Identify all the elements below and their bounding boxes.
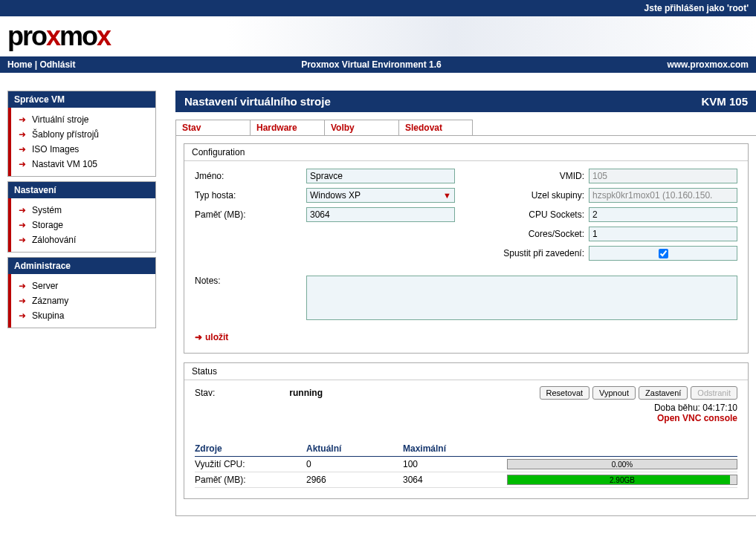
sidebar-item-label: Virtuální stroje (32, 114, 88, 125)
sidebar-item[interactable]: ➜Záznamy (16, 293, 151, 308)
state-label: Stav: (195, 388, 215, 398)
page-title: Nastavení virtuálního stroje (184, 95, 331, 108)
tab-volby[interactable]: Volby (324, 120, 398, 135)
mem-label: Paměť (MB): (195, 472, 306, 488)
uptime: Doba běhu: 04:17:10 (195, 403, 737, 413)
cores-input[interactable] (589, 227, 737, 241)
mem-bar: 2.90GB (507, 475, 737, 485)
tab-bar: StavHardwareVolbySledovat (175, 120, 756, 135)
nav-url[interactable]: www.proxmox.com (667, 59, 749, 70)
arrow-right-icon: ➜ (195, 332, 202, 342)
sidebar-section: Nastavení➜Systém➜Storage➜Zálohování (7, 181, 156, 253)
sidebar-item[interactable]: ➜Systém (16, 203, 151, 218)
sidebar-item-label: Záznamy (32, 296, 68, 306)
node-label: Uzel skupiny: (485, 190, 589, 201)
sidebar-item[interactable]: ➜ISO Images (16, 142, 151, 157)
top-status-bar: Jste přihlášen jako 'root' (0, 0, 756, 16)
arrow-right-icon: ➜ (19, 144, 26, 154)
status-fieldset: Status Stav: running Resetovat Vypnout Z… (184, 362, 749, 499)
arrow-right-icon: ➜ (19, 281, 26, 291)
save-button[interactable]: ➜ uložit (195, 332, 737, 342)
sidebar-item[interactable]: ➜Nastavit VM 105 (16, 157, 151, 172)
notes-textarea[interactable] (306, 276, 737, 320)
guest-dropdown[interactable]: Windows XP ▼ (306, 188, 455, 203)
nav-home[interactable]: Home (7, 59, 32, 70)
nav-logout[interactable]: Odhlásit (39, 59, 75, 70)
arrow-right-icon: ➜ (19, 129, 26, 140)
notes-label: Notes: (195, 276, 306, 286)
sidebar-item[interactable]: ➜Skupina (16, 308, 151, 323)
page-badge: KVM 105 (701, 95, 748, 108)
memory-label: Paměť (MB): (195, 209, 306, 220)
arrow-right-icon: ➜ (19, 296, 26, 306)
chevron-down-icon: ▼ (443, 191, 451, 200)
shutdown-button[interactable]: Vypnout (592, 386, 636, 400)
tab-panel: Configuration Jméno: Typ hosta: Window (175, 135, 756, 516)
vmid-input (589, 169, 737, 183)
col-current: Aktuální (306, 441, 403, 457)
guest-label: Typ hosta: (195, 190, 306, 201)
tab-sledovat[interactable]: Sledovat (398, 120, 473, 135)
tab-stav[interactable]: Stav (175, 120, 250, 135)
memory-input[interactable] (306, 207, 455, 222)
table-row: Využití CPU: 0 100 0.00% (195, 457, 737, 472)
cpu-current: 0 (306, 457, 403, 472)
sidebar-section-title: Správce VM (8, 91, 155, 108)
sidebar: Správce VM➜Virtuální stroje➜Šablony přís… (7, 91, 156, 516)
mem-max: 3064 (403, 472, 507, 488)
main-content: Nastavení virtuálního stroje KVM 105 Sta… (175, 91, 756, 516)
status-legend: Status (184, 363, 748, 380)
config-legend: Configuration (184, 144, 748, 161)
boot-label: Spustit při zavedení: (485, 248, 589, 258)
page-header: Nastavení virtuálního stroje KVM 105 (175, 91, 756, 112)
sidebar-section-title: Nastavení (8, 182, 155, 198)
mem-bar-text: 2.90GB (508, 475, 737, 484)
arrow-right-icon: ➜ (19, 114, 26, 125)
sidebar-item-label: Storage (32, 220, 63, 230)
arrow-right-icon: ➜ (19, 310, 26, 321)
sidebar-item[interactable]: ➜Zálohování (16, 232, 151, 247)
name-input[interactable] (306, 169, 455, 183)
config-fieldset: Configuration Jméno: Typ hosta: Window (184, 143, 749, 354)
sidebar-item[interactable]: ➜Šablony přístrojů (16, 127, 151, 142)
sidebar-item-label: Systém (32, 205, 62, 215)
sidebar-item[interactable]: ➜Virtuální stroje (16, 112, 151, 127)
sidebar-item-label: Zálohování (32, 235, 76, 245)
col-resource: Zdroje (195, 441, 306, 457)
vmid-label: VMID: (485, 171, 589, 181)
arrow-right-icon: ➜ (19, 205, 26, 215)
sidebar-section: Administrace➜Server➜Záznamy➜Skupina (7, 257, 156, 328)
cpu-bar: 0.00% (507, 459, 737, 469)
cores-label: Cores/Socket: (485, 229, 589, 239)
cpu-bar-text: 0.00% (508, 460, 737, 469)
state-value: running (289, 388, 323, 398)
sidebar-section-title: Administrace (8, 258, 155, 274)
sidebar-section: Správce VM➜Virtuální stroje➜Šablony přís… (7, 91, 156, 177)
guest-value: Windows XP (310, 190, 361, 201)
nav-bar: Home | Odhlásit Proxmox Virtual Environm… (0, 56, 756, 73)
vnc-console-link[interactable]: Open VNC console (195, 413, 737, 423)
sockets-label: CPU Sockets: (485, 209, 589, 220)
node-input (589, 188, 737, 203)
mem-current: 2966 (306, 472, 403, 488)
sidebar-item-label: Skupina (32, 310, 64, 321)
reset-button[interactable]: Resetovat (540, 386, 590, 400)
sidebar-item-label: Server (32, 281, 58, 291)
sidebar-item-label: Nastavit VM 105 (32, 159, 97, 169)
boot-checkbox[interactable] (659, 249, 668, 258)
table-row: Paměť (MB): 2966 3064 2.90GB (195, 472, 737, 488)
sidebar-item[interactable]: ➜Server (16, 279, 151, 293)
col-max: Maximální (403, 441, 507, 457)
sockets-input[interactable] (589, 207, 737, 222)
nav-title: Proxmox Virtual Environment 1.6 (301, 59, 442, 70)
arrow-right-icon: ➜ (19, 159, 26, 169)
proxmox-logo: proxmox (7, 21, 110, 51)
tab-hardware[interactable]: Hardware (250, 120, 324, 135)
login-status: Jste přihlášen jako 'root' (644, 3, 749, 13)
stop-button[interactable]: Zastavení (639, 386, 688, 400)
name-label: Jméno: (195, 171, 306, 181)
resources-table: Zdroje Aktuální Maximální Využití CPU: 0… (195, 441, 737, 488)
sidebar-item-label: Šablony přístrojů (32, 129, 99, 140)
sidebar-item[interactable]: ➜Storage (16, 218, 151, 232)
cpu-max: 100 (403, 457, 507, 472)
